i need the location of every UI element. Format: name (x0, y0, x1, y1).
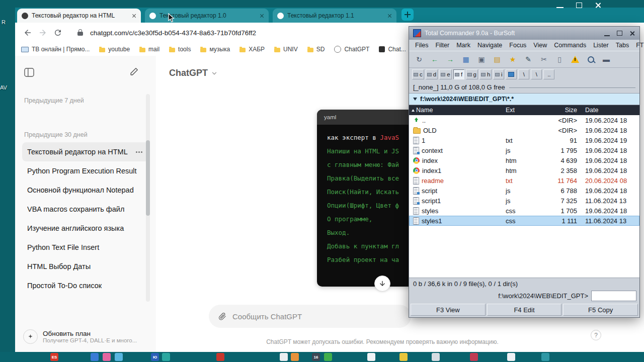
parent-dir-button[interactable]: .. (543, 69, 554, 79)
taskbar-icon[interactable] (432, 353, 440, 361)
clipboard-icon[interactable]: ▯ (552, 53, 567, 66)
file-row-selected[interactable]: styles1 css1 11111.06.2024 13 (409, 216, 639, 226)
column-ext[interactable]: Ext (506, 107, 531, 114)
file-row[interactable]: index1 htm2 35819.06.2024 18 (409, 165, 639, 175)
scroll-to-bottom-button[interactable] (374, 276, 390, 292)
file-row[interactable]: script1 js7 32511.06.2024 13 (409, 196, 639, 206)
search-icon[interactable] (584, 53, 598, 66)
drive-e-button[interactable]: e (439, 69, 451, 79)
f5-copy-button[interactable]: F5 Copy (563, 304, 638, 316)
taskbar-icon[interactable] (103, 353, 111, 361)
sidebar-item-text-editor[interactable]: Текстовый редактор на HTML (22, 142, 149, 161)
bookmark-folder-music[interactable]: музыка (200, 46, 230, 53)
menu-navigate[interactable]: Navigate (477, 42, 502, 49)
warning-icon[interactable] (568, 53, 582, 66)
drive-g-button[interactable]: g (466, 69, 478, 79)
sidebar-item[interactable]: Простой To-Do список (22, 276, 149, 295)
taskbar-icon[interactable] (291, 353, 299, 361)
bookmark-tv[interactable]: ТВ онлайн | Прямо... (21, 46, 90, 53)
file-row-updir[interactable]: .. <DIR>19.06.2024 18 (409, 115, 639, 125)
file-row[interactable]: context js1 79519.06.2024 18 (409, 145, 639, 155)
lock-icon[interactable] (77, 32, 83, 36)
column-name[interactable]: Name (409, 107, 506, 114)
taskbar-icon[interactable]: Ю (151, 353, 159, 361)
message-input-bar[interactable] (209, 305, 411, 328)
taskbar-icon[interactable] (91, 353, 99, 361)
forward-icon[interactable]: → (443, 53, 457, 66)
browser-tab-3[interactable]: Текстовый редактор 1.1 (273, 9, 396, 23)
help-button[interactable]: ? (591, 330, 601, 340)
cut-icon[interactable]: ✂ (537, 53, 551, 66)
close-icon[interactable] (594, 2, 603, 9)
menu-view[interactable]: View (533, 42, 547, 49)
root-button[interactable]: \ (531, 69, 542, 79)
file-row[interactable]: styles css1 70519.06.2024 18 (409, 206, 639, 216)
bookmark-folder-univ[interactable]: UNIV (274, 46, 298, 53)
taskbar-icon[interactable] (470, 353, 478, 361)
copy-icon[interactable]: ▣ (474, 53, 489, 66)
tab-close-icon[interactable] (260, 14, 264, 18)
maximize-icon[interactable] (575, 2, 584, 9)
file-row-readme[interactable]: readme txt11 76420.06.2024 08 (409, 175, 639, 186)
menu-mark[interactable]: Mark (456, 42, 470, 49)
menu-lister[interactable]: Lister (593, 42, 609, 49)
drive-d-button[interactable]: d (426, 69, 438, 79)
new-chat-icon[interactable] (129, 67, 139, 78)
bookmark-folder-habr[interactable]: ХАБР (239, 46, 265, 53)
sidebar-item[interactable]: VBA macros сохранить файл (22, 200, 149, 219)
minimize-icon[interactable] (604, 31, 610, 36)
bookmark-folder-tools[interactable]: tools (169, 46, 191, 53)
taskbar-icon[interactable] (280, 353, 288, 361)
notes-icon[interactable]: ▬ (599, 53, 613, 66)
forward-icon[interactable] (38, 28, 47, 37)
address-bar[interactable]: chatgpt.com/c/c3e30f5d-b054-4374-8a63-71… (90, 29, 256, 37)
drive-h-button[interactable]: h (479, 69, 492, 79)
taskbar-icon[interactable] (115, 353, 123, 361)
favorites-icon[interactable]: ★ (506, 53, 520, 66)
folder-tree-icon[interactable]: ▤ (490, 53, 504, 66)
file-row[interactable]: index htm4 63919.06.2024 18 (409, 155, 639, 165)
taskbar-icon[interactable] (162, 353, 170, 361)
taskbar-icon[interactable] (324, 353, 332, 361)
sidebar-toggle-icon[interactable] (24, 68, 34, 79)
f4-edit-button[interactable]: F4 Edit (487, 304, 562, 316)
drive-f-button[interactable]: f (453, 69, 464, 79)
sidebar-item[interactable]: Изучение английского языка (22, 219, 149, 238)
tc-current-path[interactable]: f:\work\2024\WEB\EDIT_GPT\*.* (409, 94, 639, 105)
options-icon[interactable] (138, 151, 140, 153)
maximize-icon[interactable] (616, 31, 623, 36)
f3-view-button[interactable]: F3 View (411, 304, 486, 316)
sidebar-item[interactable]: Python Program Execution Result (22, 161, 149, 180)
file-row[interactable]: script js6 78819.06.2024 18 (409, 186, 639, 196)
minimize-icon[interactable] (555, 2, 565, 9)
close-icon[interactable] (629, 31, 635, 36)
file-row[interactable]: 1 txt9119.06.2024 19 (409, 135, 639, 145)
sidebar-item[interactable]: Основной функционал Notepad (22, 180, 149, 200)
network-drive-button[interactable] (506, 69, 517, 79)
sidebar-item[interactable]: Python Text File Insert (22, 238, 149, 257)
attach-icon[interactable] (218, 312, 226, 321)
drive-c-button[interactable]: c (412, 69, 424, 79)
menu-tabs[interactable]: Tabs (616, 42, 629, 49)
tab-close-icon[interactable] (132, 14, 136, 18)
back-icon[interactable]: ← (428, 53, 442, 66)
menu-filter[interactable]: Filter (435, 42, 449, 49)
taskbar-icon[interactable] (399, 353, 408, 361)
bookmark-folder-mail[interactable]: mail (139, 46, 159, 53)
disk-icon[interactable]: ▦ (459, 53, 473, 66)
taskbar-icon[interactable] (367, 353, 375, 361)
bookmark-chat[interactable]: Chat... (379, 46, 406, 53)
taskbar-icon[interactable] (507, 353, 515, 361)
column-date[interactable]: Date (579, 107, 639, 114)
desktop-icon-label[interactable]: AV (0, 84, 7, 90)
bookmark-folder-youtube[interactable]: youtube (99, 46, 130, 53)
bookmark-chatgpt[interactable]: ChatGPT (334, 46, 369, 53)
drive-i-button[interactable]: i (493, 69, 504, 79)
back-icon[interactable] (23, 28, 32, 37)
message-input[interactable] (231, 312, 402, 321)
tc-command-input[interactable] (591, 291, 636, 301)
history-dropdown-icon[interactable] (413, 98, 417, 101)
tc-title-bar[interactable]: Total Commander 9.0a - BurSoft (409, 27, 639, 40)
taskbar-icon[interactable]: ES (50, 353, 58, 361)
new-tab-button[interactable] (401, 9, 414, 21)
